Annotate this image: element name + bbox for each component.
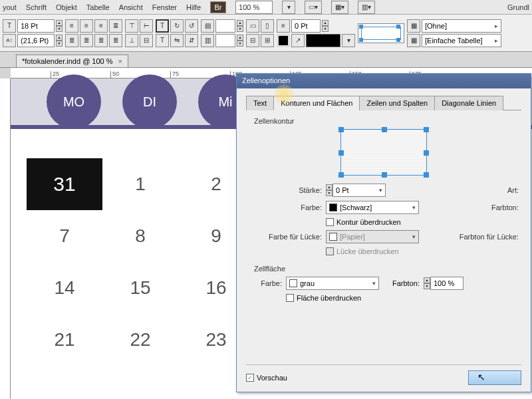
cell-border-proxy[interactable] bbox=[358, 23, 404, 43]
document-tab[interactable]: *fotokalender.indd @ 100 % × bbox=[16, 55, 128, 67]
workspace-label[interactable]: Grundl bbox=[507, 3, 529, 11]
dialog-footer: ✓ Vorschau OK bbox=[246, 364, 521, 385]
align-jl-icon[interactable]: ≣ bbox=[65, 34, 78, 47]
flip-h-icon[interactable]: ⇋ bbox=[170, 34, 184, 47]
calendar-cell[interactable]: 7 bbox=[27, 210, 102, 262]
leading-field[interactable]: (21,6 Pt) bbox=[17, 34, 55, 47]
menu-ansicht[interactable]: Ansicht bbox=[119, 3, 143, 11]
swap-fill-icon[interactable]: ↗ bbox=[291, 34, 305, 47]
align-center-icon[interactable]: ≡ bbox=[80, 19, 93, 33]
kontur-ueberdrucken-checkbox[interactable] bbox=[326, 218, 334, 226]
align-left-icon[interactable]: ≡ bbox=[65, 19, 78, 33]
tab-diagonale[interactable]: Diagonale Linien bbox=[434, 96, 503, 110]
textdir-v-icon[interactable]: T bbox=[156, 34, 169, 47]
label-fl-farbe: Farbe: bbox=[246, 279, 286, 287]
menu-objekt[interactable]: Objekt bbox=[56, 3, 77, 11]
fl-farbe-dropdown[interactable]: grau bbox=[286, 277, 379, 290]
cols-field[interactable] bbox=[215, 34, 235, 47]
rotate-cw-icon[interactable]: ↻ bbox=[170, 19, 184, 33]
menu-layout[interactable]: yout bbox=[3, 3, 17, 11]
label-fl-farbton: Farbton: bbox=[392, 279, 420, 287]
valign-top-icon[interactable]: ⊤ bbox=[125, 19, 138, 33]
tab-text[interactable]: Text bbox=[246, 96, 274, 110]
valign-bot-icon[interactable]: ⊥ bbox=[125, 34, 138, 47]
flip-v-icon[interactable]: ⇵ bbox=[185, 34, 198, 47]
menu-tabelle[interactable]: Tabelle bbox=[86, 3, 110, 11]
zoom-dropdown-icon[interactable]: ▾ bbox=[282, 1, 295, 14]
merge-icon[interactable]: ▭ bbox=[246, 19, 259, 33]
stroke-dd-icon[interactable]: ▾ bbox=[342, 34, 355, 47]
align-justify-icon[interactable]: ≣ bbox=[109, 19, 122, 33]
tab-zeilen[interactable]: Zeilen und Spalten bbox=[359, 96, 435, 110]
cellstyle-icon[interactable]: ▦ bbox=[407, 19, 420, 33]
calendar-grid[interactable]: 31 1 2 7 8 9 14 15 16 21 22 23 bbox=[27, 158, 254, 366]
arrange-icon[interactable]: ▦▾ bbox=[331, 1, 348, 14]
align-jr-icon[interactable]: ≣ bbox=[94, 34, 108, 47]
height-exact-icon[interactable]: ⊟ bbox=[246, 34, 259, 47]
stroke-weight-icon[interactable]: ≡ bbox=[277, 19, 290, 33]
farbe-luecke-dropdown[interactable]: [Papier] bbox=[326, 230, 419, 243]
rows-stepper[interactable]: ▲▼ bbox=[237, 20, 243, 32]
dialog-title[interactable]: Zellenoptionen bbox=[237, 74, 531, 88]
rows-icon[interactable]: ▤ bbox=[201, 19, 214, 33]
tablestyle-field[interactable]: [Einfache Tabelle] bbox=[422, 34, 501, 47]
screenmode-icon[interactable]: ▭▾ bbox=[305, 1, 322, 14]
staerke-stepper[interactable]: ▲▼ bbox=[326, 184, 332, 196]
label-staerke: Stärke: bbox=[246, 186, 326, 194]
label-vorschau: Vorschau bbox=[257, 374, 287, 382]
bridge-button[interactable]: Br bbox=[210, 1, 226, 13]
char-format-icon[interactable]: T bbox=[3, 19, 16, 33]
rows-field[interactable] bbox=[215, 19, 235, 33]
align-jc-icon[interactable]: ≣ bbox=[80, 34, 93, 47]
close-tab-icon[interactable]: × bbox=[118, 57, 122, 65]
menu-hilfe[interactable]: Hilfe bbox=[186, 3, 201, 11]
menu-schrift[interactable]: Schrift bbox=[26, 3, 47, 11]
vorschau-checkbox[interactable]: ✓ bbox=[246, 374, 254, 382]
align-right-icon[interactable]: ≡ bbox=[94, 19, 108, 33]
calendar-cell[interactable]: 8 bbox=[102, 210, 178, 262]
flaeche-ueberdrucken-checkbox[interactable] bbox=[286, 294, 294, 302]
label-farbton: Farbton: bbox=[491, 203, 521, 211]
cols-stepper[interactable]: ▲▼ bbox=[237, 35, 243, 47]
valign-just-icon[interactable]: ⊟ bbox=[140, 34, 153, 47]
textdir-h-icon[interactable]: T bbox=[156, 19, 169, 33]
height-min-icon[interactable]: ⊞ bbox=[261, 34, 274, 47]
ok-button[interactable]: OK bbox=[468, 370, 521, 385]
farbe-dropdown[interactable]: [Schwarz] bbox=[326, 201, 419, 214]
font-size-stepper[interactable]: ▲▼ bbox=[56, 20, 63, 32]
calendar-cell[interactable]: 14 bbox=[27, 262, 102, 314]
group-zellflaeche: Zellfläche bbox=[254, 265, 521, 273]
align-full-icon[interactable]: ≣ bbox=[109, 34, 122, 47]
leading-stepper[interactable]: ▲▼ bbox=[56, 35, 63, 47]
cols-icon[interactable]: ▥ bbox=[201, 34, 214, 47]
staerke-dropdown[interactable]: 0 Pt bbox=[332, 184, 386, 197]
split-icon[interactable]: ▯ bbox=[261, 19, 274, 33]
ruler-tick: 50 bbox=[110, 71, 119, 78]
fill-swatch-icon[interactable] bbox=[277, 34, 290, 47]
tab-konturen[interactable]: Konturen und Flächen bbox=[273, 96, 360, 110]
leading-icon[interactable]: A↕ bbox=[3, 34, 16, 47]
stroke-stepper[interactable]: ▲▼ bbox=[322, 20, 329, 32]
tablestyle-icon[interactable]: ▦ bbox=[407, 34, 420, 47]
view-icon[interactable]: ▥▾ bbox=[358, 1, 375, 14]
ruler-vertical[interactable] bbox=[0, 78, 11, 399]
rotate-ccw-icon[interactable]: ↺ bbox=[185, 19, 198, 33]
zoom-field[interactable]: 100 % bbox=[235, 1, 273, 14]
menu-fenster[interactable]: Fenster bbox=[152, 3, 177, 11]
stroke-swatch[interactable] bbox=[306, 34, 340, 47]
valign-mid-icon[interactable]: ⊢ bbox=[140, 19, 153, 33]
fl-farbton-stepper[interactable]: ▲▼ bbox=[424, 277, 430, 289]
cellstyle-field[interactable]: [Ohne] bbox=[422, 19, 501, 33]
stroke-weight-field[interactable]: 0 Pt bbox=[291, 19, 321, 33]
calendar-cell[interactable]: 21 bbox=[27, 314, 102, 366]
calendar-cell[interactable]: 1 bbox=[102, 158, 178, 210]
fl-farbton-field[interactable]: 100 % bbox=[430, 277, 464, 290]
control-toolbar: T 18 Pt ▲▼ A↕ (21,6 Pt) ▲▼ ≡ ≡ ≡ ≣ ≣ ≣ ≣… bbox=[0, 15, 532, 52]
font-size-field[interactable]: 18 Pt bbox=[17, 19, 55, 33]
menu-bar: yout Schrift Objekt Tabelle Ansicht Fens… bbox=[0, 0, 532, 15]
border-proxy-preview[interactable] bbox=[340, 129, 427, 176]
calendar-cell[interactable]: 15 bbox=[102, 262, 178, 314]
ruler-tick: 75 bbox=[170, 71, 179, 78]
calendar-cell-selected[interactable]: 31 bbox=[27, 158, 102, 210]
calendar-cell[interactable]: 22 bbox=[102, 314, 178, 366]
